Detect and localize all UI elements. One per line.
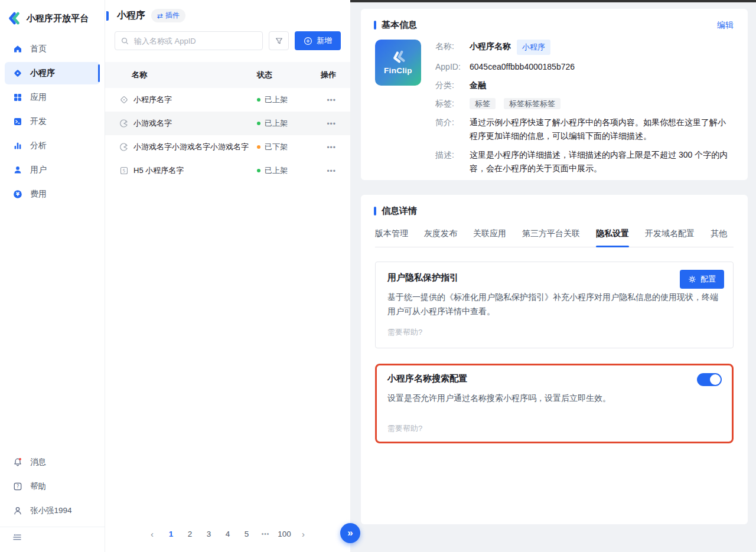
sidebar-item-help[interactable]: ? 帮助: [5, 475, 100, 498]
game-icon: [119, 119, 129, 128]
collapse-icon: [12, 532, 22, 541]
sidebar-item-billing[interactable]: ¥ 费用: [5, 183, 100, 205]
tab-version-management[interactable]: 版本管理: [375, 228, 408, 247]
field-appid: AppID: 6045cea0ffbbb4000185b726: [435, 60, 734, 73]
detail-info-title: 信息详情: [382, 205, 417, 217]
page-button[interactable]: 1: [164, 527, 178, 541]
table-header: 名称 状态 操作: [105, 62, 350, 88]
search-icon: [120, 37, 129, 45]
tab-other[interactable]: 其他: [711, 228, 727, 247]
search-toolbar: 新增: [105, 22, 350, 50]
pagination-ellipsis[interactable]: •••: [258, 527, 273, 541]
table-row[interactable]: 5 H5 小程序名字 已上架 •••: [105, 159, 350, 182]
swap-icon: ⇄: [157, 12, 163, 19]
row-actions-button[interactable]: •••: [327, 143, 336, 152]
field-description: 描述: 这里是小程序的详细描述，详细描述的内容上限是不超过 300 个字的内容，…: [435, 148, 734, 175]
help-link[interactable]: 需要帮助?: [387, 327, 721, 338]
game-icon: [119, 142, 129, 152]
question-icon: ?: [13, 482, 22, 491]
tab-privacy-settings[interactable]: 隐私设置: [596, 228, 629, 247]
status-dot: [257, 169, 260, 172]
col-header-status: 状态: [257, 70, 316, 80]
sidebar-bottom: 消息 ? 帮助 张小强1994: [0, 450, 105, 522]
col-header-name: 名称: [105, 70, 257, 80]
gear-icon: [688, 275, 696, 283]
plugin-badge[interactable]: ⇄ 插件: [151, 9, 185, 22]
terminal-icon: [13, 117, 22, 126]
svg-text:¥: ¥: [16, 191, 19, 197]
edit-link[interactable]: 编辑: [717, 20, 734, 31]
detail-info-header: 信息详情: [375, 205, 734, 217]
sidebar-item-analytics[interactable]: 分析: [5, 135, 100, 157]
row-actions-button[interactable]: •••: [327, 167, 336, 175]
sidebar-spacer: [0, 205, 105, 450]
person-outline-icon: [13, 506, 22, 515]
svg-text:5: 5: [123, 168, 126, 174]
table-row[interactable]: 小游戏名字 已上架 •••: [105, 112, 350, 135]
page-button[interactable]: 5: [239, 527, 254, 541]
privacy-guide-card: 用户隐私保护指引 配置 基于统一提供的《标准化用户隐私保护指引》补充小程序对用户…: [375, 262, 734, 348]
tab-dev-domain-config[interactable]: 开发域名配置: [645, 228, 695, 247]
page-button[interactable]: 100: [277, 527, 292, 541]
apps-icon: [13, 93, 22, 102]
app-root: 小程序开放平台 首页 小程序: [0, 0, 756, 552]
brand-title: 小程序开放平台: [27, 13, 89, 24]
sidebar-item-miniapp[interactable]: 小程序: [5, 62, 100, 84]
basic-info-content: FinClip 名称: 小程序名称 小程序 AppID: 6045cea0ffb…: [375, 40, 734, 180]
miniapp-table: 名称 状态 操作 小程序名字 已上架 •••: [105, 62, 350, 182]
search-input[interactable]: [133, 36, 257, 46]
page-button[interactable]: 4: [220, 527, 235, 541]
field-category: 分类: 金融: [435, 79, 734, 92]
sidebar-item-dev[interactable]: 开发: [5, 110, 100, 133]
brand-logo-icon: [7, 11, 22, 26]
sidebar-item-apps[interactable]: 应用: [5, 86, 100, 109]
brand: 小程序开放平台: [0, 8, 105, 38]
double-chevron-right-icon: »: [347, 528, 353, 538]
row-actions-button[interactable]: •••: [327, 120, 336, 128]
tab-third-party-platform[interactable]: 第三方平台关联: [522, 228, 580, 247]
tab-linked-apps[interactable]: 关联应用: [473, 228, 506, 247]
status-text: 已上架: [265, 118, 288, 129]
detail-area: 基本信息 编辑 FinClip 名称: 小程序名称: [350, 0, 756, 552]
sidebar-item-messages[interactable]: 消息: [5, 450, 100, 473]
help-link[interactable]: 需要帮助?: [387, 423, 721, 434]
expand-panel-button[interactable]: »: [340, 523, 360, 543]
chart-icon: [13, 141, 22, 151]
basic-info-fields: 名称: 小程序名称 小程序 AppID: 6045cea0ffbbb400018…: [435, 40, 734, 180]
sidebar-collapse-button[interactable]: [0, 531, 105, 545]
title-accent-bar: [106, 11, 109, 21]
add-button[interactable]: 新增: [295, 31, 341, 50]
filter-button[interactable]: [269, 31, 289, 50]
basic-info-title: 基本信息: [382, 19, 417, 31]
sidebar-item-users[interactable]: 用户: [5, 159, 100, 181]
prev-page-button[interactable]: ‹: [145, 527, 159, 541]
configure-button[interactable]: 配置: [680, 270, 724, 289]
page-button[interactable]: 2: [183, 527, 197, 541]
tag-badge: 标签标签标签: [504, 98, 561, 109]
status-dot: [257, 98, 260, 102]
tag-badge: 标签: [470, 98, 496, 109]
table-row[interactable]: 小游戏名字小游戏名字小游戏名字 已下架 •••: [105, 135, 350, 159]
name-search-config-title: 小程序名称搜索配置: [387, 373, 721, 384]
sidebar-nav: 首页 小程序: [0, 38, 105, 205]
table-row[interactable]: 小程序名字 已上架 •••: [105, 88, 350, 112]
row-actions-button[interactable]: •••: [327, 96, 336, 104]
name-search-config-description: 设置是否允许用户通过名称搜索小程序吗，设置后立即生效。: [387, 391, 721, 405]
name-search-toggle[interactable]: [697, 373, 722, 386]
section-accent-bar: [374, 207, 376, 215]
miniapp-outline-icon: [119, 95, 129, 104]
privacy-guide-title: 用户隐私保护指引: [387, 272, 721, 283]
tab-gray-release[interactable]: 灰度发布: [424, 228, 457, 247]
field-name: 名称: 小程序名称 小程序: [435, 40, 734, 55]
next-page-button[interactable]: ›: [296, 527, 311, 541]
sidebar-item-account[interactable]: 张小强1994: [5, 499, 100, 522]
finclip-chevrons-icon: [389, 50, 407, 64]
page-button[interactable]: 3: [201, 527, 216, 541]
type-badge: 小程序: [517, 40, 550, 55]
svg-text:?: ?: [17, 484, 19, 489]
search-box[interactable]: [115, 31, 263, 50]
status-dot: [257, 122, 260, 125]
sidebar-item-home[interactable]: 首页: [5, 38, 100, 60]
pagination: ‹ 1 2 3 4 5 ••• 100 ›: [105, 527, 350, 541]
col-header-actions: 操作: [316, 70, 350, 80]
